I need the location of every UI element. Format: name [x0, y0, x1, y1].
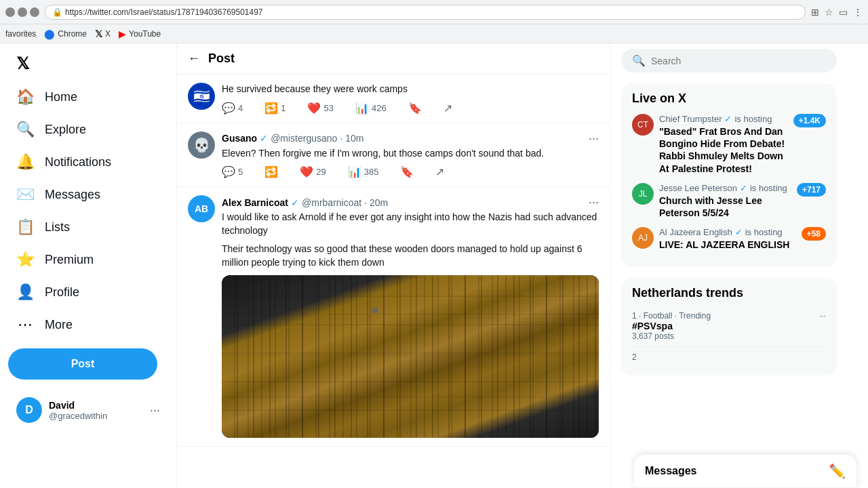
- sidebar-item-profile[interactable]: 👤 Profile: [8, 277, 168, 308]
- browser-back-button[interactable]: [5, 7, 15, 17]
- verified-badge: ✓: [260, 133, 268, 144]
- messages-compose-button[interactable]: ✏️: [829, 463, 846, 479]
- bookmark-favorites[interactable]: favorites: [5, 29, 36, 39]
- browser-forward-button[interactable]: [18, 7, 27, 17]
- messages-label: Messages: [45, 188, 100, 202]
- trend-name: #PSVspa: [632, 321, 826, 331]
- sidebar-item-more[interactable]: ⋯ More: [8, 309, 168, 340]
- trend-rank: 2: [632, 352, 637, 362]
- live-count-badge: +1.4K: [793, 114, 826, 127]
- live-item[interactable]: CT Chief Trumpster ✓ is hosting "Based" …: [632, 114, 826, 175]
- trends-section: Netherlands trends 1 · Football · Trendi…: [621, 278, 837, 375]
- views-count: 385: [364, 167, 379, 177]
- user-more-button[interactable]: ···: [150, 403, 160, 418]
- explore-icon: 🔍: [16, 121, 34, 138]
- views-count: 426: [372, 103, 387, 113]
- post-page-header: ← Post: [177, 43, 610, 75]
- wooden-door-photo: [222, 275, 599, 438]
- trend-item[interactable]: 1 · Football · Trending ··· #PSVspa 3,63…: [632, 306, 826, 347]
- address-bar[interactable]: 🔒 https://twitter.com/Israel/status/1787…: [45, 5, 806, 20]
- live-host-avatar: CT: [632, 114, 654, 136]
- sidebar: 𝕏 🏠 Home 🔍 Explore 🔔 Notifications ✉️ Me…: [0, 43, 176, 488]
- sidebar-item-notifications[interactable]: 🔔 Notifications: [8, 146, 168, 178]
- like-count: 53: [323, 103, 333, 113]
- sidebar-item-premium[interactable]: ⭐ Premium: [8, 244, 168, 275]
- like-count: 29: [316, 167, 326, 177]
- star-icon[interactable]: ☆: [825, 7, 833, 18]
- tweet-row: 🇮🇱 He survived because they were work ca…: [177, 75, 610, 123]
- tweet-meta: AB Alex Barnicoat ✓ @mrbarnicoat · 20m ·…: [188, 195, 599, 437]
- reply-button[interactable]: 💬 4: [222, 102, 243, 115]
- sidebar-toggle-icon[interactable]: ▭: [839, 7, 848, 18]
- bookmark-youtube[interactable]: ▶ YouTube: [119, 28, 161, 39]
- search-input[interactable]: [651, 56, 826, 66]
- verified-icon: ✓: [724, 114, 732, 124]
- bookmarks-bar: favorites ⬤ Chrome 𝕏 X ▶ YouTube: [0, 24, 868, 43]
- retweet-button[interactable]: 🔁: [264, 165, 278, 178]
- tweet-time: · 10m: [340, 133, 363, 144]
- tweet-avatar: 💀: [188, 131, 215, 159]
- main-content: ← Post 🇮🇱 He survived because they were …: [176, 43, 610, 488]
- notifications-icon: 🔔: [16, 153, 34, 171]
- trend-more-button[interactable]: ···: [819, 311, 826, 321]
- trend-item[interactable]: 2: [632, 347, 826, 367]
- x-bookmark-icon: 𝕏: [95, 28, 102, 39]
- author-name: Gusano: [222, 133, 257, 144]
- sidebar-nav: 🏠 Home 🔍 Explore 🔔 Notifications ✉️ Mess…: [8, 81, 168, 340]
- bookmark-chrome[interactable]: ⬤ Chrome: [44, 28, 87, 39]
- browser-chrome: 🔒 https://twitter.com/Israel/status/1787…: [0, 0, 868, 24]
- tweet-text-2: Their technology was so good that these …: [222, 243, 599, 269]
- explore-label: Explore: [45, 123, 86, 137]
- search-box[interactable]: 🔍: [621, 49, 837, 73]
- live-title: Church with Jesse Lee Peterson 5/5/24: [659, 195, 791, 219]
- chrome-icon: ⬤: [44, 28, 55, 39]
- sidebar-item-lists[interactable]: 📋 Lists: [8, 211, 168, 243]
- bookmark-button[interactable]: 🔖: [400, 165, 414, 178]
- extensions-icon[interactable]: ⊞: [811, 7, 819, 18]
- door-hardware: [372, 308, 378, 313]
- verified-badge: ✓: [291, 197, 299, 208]
- tweet-content: Gusano ✓ @mistergusano · 10m ··· Eleven?…: [222, 131, 599, 179]
- trend-count: 3,637 posts: [632, 331, 826, 341]
- tweet-more-button[interactable]: ···: [589, 131, 599, 146]
- lists-label: Lists: [45, 220, 70, 235]
- tweet-row: 💀 Gusano ✓ @mistergusano · 10m ··· Eleve…: [177, 123, 610, 188]
- sidebar-item-messages[interactable]: ✉️ Messages: [8, 179, 168, 210]
- browser-refresh-button[interactable]: [30, 7, 39, 17]
- reply-button[interactable]: 💬 5: [222, 165, 243, 178]
- post-button[interactable]: Post: [8, 348, 157, 380]
- like-button[interactable]: ❤️ 53: [307, 102, 333, 115]
- x-logo[interactable]: 𝕏: [8, 49, 168, 79]
- sidebar-item-home[interactable]: 🏠 Home: [8, 81, 168, 113]
- live-host-avatar: JL: [632, 183, 654, 205]
- tweet-time: · 20m: [364, 197, 388, 208]
- live-title: "Based" Frat Bros And Dan Bongino Hide F…: [659, 125, 788, 175]
- retweet-button[interactable]: 🔁 1: [264, 102, 285, 115]
- messages-icon: ✉️: [16, 186, 34, 203]
- bookmark-button[interactable]: 🔖: [408, 102, 422, 115]
- views-button[interactable]: 📊 426: [355, 102, 387, 115]
- bookmark-icon: 🔖: [408, 102, 422, 115]
- user-profile-widget[interactable]: D David @gracedwithin ···: [8, 390, 168, 430]
- views-button[interactable]: 📊 385: [348, 165, 379, 178]
- like-button[interactable]: ❤️ 29: [300, 165, 326, 178]
- premium-label: Premium: [45, 253, 94, 267]
- tweet-meta: 🇮🇱 He survived because they were work ca…: [188, 83, 599, 115]
- tweet-more-button[interactable]: ···: [589, 195, 599, 209]
- share-button[interactable]: ↗: [435, 165, 444, 178]
- avatar: D: [16, 397, 42, 423]
- share-button[interactable]: ↗: [443, 102, 452, 115]
- favorites-label: favorites: [5, 29, 36, 39]
- live-item[interactable]: AJ Al Jazeera English ✓ is hosting LIVE:…: [632, 227, 826, 251]
- lists-icon: 📋: [16, 218, 34, 236]
- menu-icon[interactable]: ⋮: [853, 7, 863, 18]
- bookmark-x[interactable]: 𝕏 X: [95, 28, 111, 39]
- live-item[interactable]: JL Jesse Lee Peterson ✓ is hosting Churc…: [632, 183, 826, 219]
- sidebar-item-explore[interactable]: 🔍 Explore: [8, 114, 168, 145]
- trend-category: Football · Trending: [644, 311, 711, 321]
- back-button[interactable]: ←: [188, 52, 200, 66]
- views-icon: 📊: [355, 102, 369, 115]
- bookmark-icon: 🔖: [400, 165, 414, 178]
- tweet-text-1: I would like to ask Arnold if he ever go…: [222, 211, 599, 237]
- tweet-avatar: 🇮🇱: [188, 83, 215, 110]
